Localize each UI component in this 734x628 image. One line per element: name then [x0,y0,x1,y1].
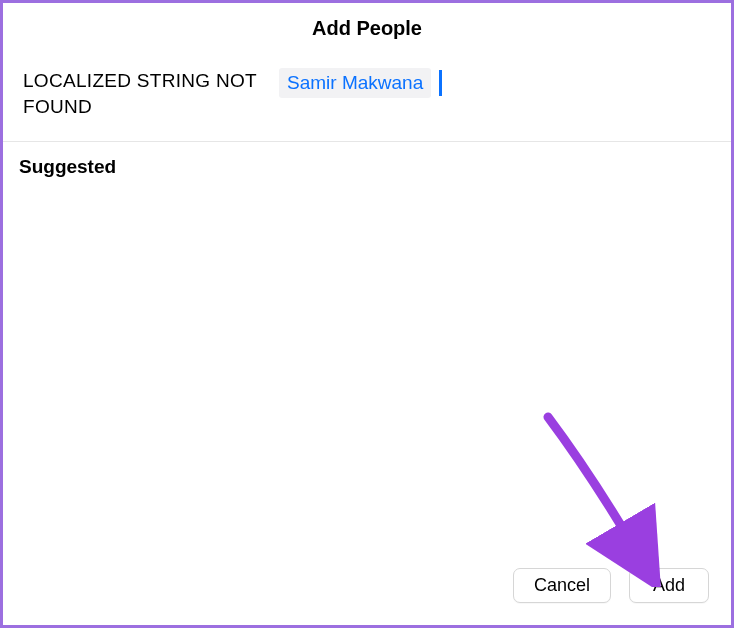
people-input[interactable]: Samir Makwana [279,68,442,98]
button-row: Cancel Add [3,568,731,625]
person-token[interactable]: Samir Makwana [279,68,431,98]
suggested-heading: Suggested [19,156,715,178]
add-button[interactable]: Add [629,568,709,603]
cancel-button[interactable]: Cancel [513,568,611,603]
suggested-section: Suggested [3,142,731,568]
text-cursor [439,70,442,96]
people-field-label: LOCALIZED STRING NOT FOUND [23,68,263,119]
add-people-dialog: Add People LOCALIZED STRING NOT FOUND Sa… [0,0,734,628]
people-field-row: LOCALIZED STRING NOT FOUND Samir Makwana [3,50,731,141]
dialog-title: Add People [3,17,731,40]
title-bar: Add People [3,3,731,50]
